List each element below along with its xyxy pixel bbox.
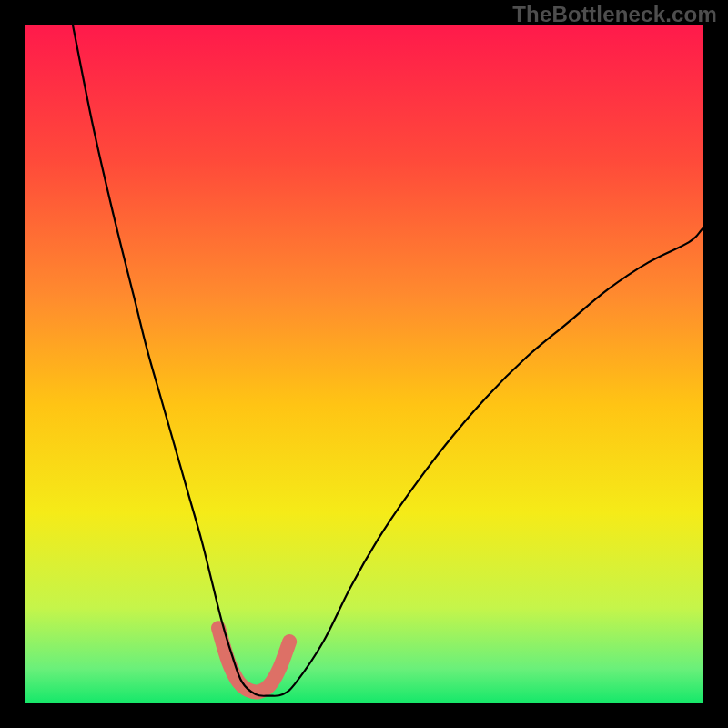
chart-frame: TheBottleneck.com [0,0,728,728]
watermark-text: TheBottleneck.com [512,2,717,27]
bottleneck-chart [25,25,703,703]
plot-background [25,25,703,703]
